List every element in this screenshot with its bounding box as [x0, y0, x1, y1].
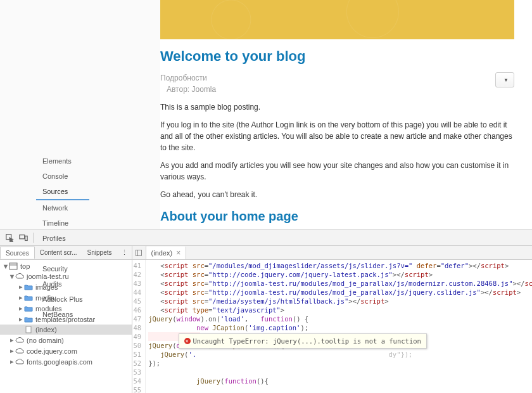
devtools-tab-sources[interactable]: Sources — [36, 184, 89, 200]
navigator-tab[interactable]: Content scr... — [35, 247, 82, 259]
tree-item[interactable]: ▸(no domain) — [0, 335, 132, 345]
tree-label: top — [20, 262, 30, 270]
paragraph: This is a sample blog posting. — [160, 101, 514, 113]
devtools: ElementsConsoleSourcesNetworkTimelinePro… — [0, 229, 532, 393]
disclosure-triangle-icon[interactable]: ▸ — [18, 304, 24, 312]
folder-icon — [24, 305, 33, 312]
details-label: Подробности — [160, 72, 216, 84]
tree-item[interactable]: ▼joomla-test.ru — [0, 271, 132, 281]
devtools-tab-elements[interactable]: Elements — [36, 153, 89, 169]
tree-item[interactable]: ▸code.jquery.com — [0, 345, 132, 356]
navigator-tab[interactable]: Sources — [0, 247, 35, 259]
close-icon[interactable]: × — [176, 248, 180, 257]
tree-label: templates/protostar — [35, 316, 95, 323]
tree-label: (no domain) — [27, 337, 64, 344]
tree-label: media — [35, 294, 54, 302]
devtools-tab-timeline[interactable]: Timeline — [36, 216, 89, 231]
divider — [33, 233, 34, 243]
disclosure-triangle-icon[interactable]: ▼ — [9, 273, 15, 280]
cloud-icon — [15, 347, 24, 355]
caret-down-icon: ▼ — [504, 77, 509, 83]
paragraph: Go ahead, you can't break it. — [160, 189, 514, 200]
devtools-tabbar: ElementsConsoleSourcesNetworkTimelinePro… — [0, 229, 532, 246]
header-banner — [160, 0, 514, 39]
page-title: Welcome to your blog — [160, 48, 514, 65]
devtools-tab-console[interactable]: Console — [36, 169, 89, 184]
tree-item[interactable]: ▸templates/protostar — [0, 314, 132, 325]
folder-icon — [24, 294, 33, 302]
svg-rect-2 — [25, 236, 28, 240]
frame-icon — [9, 262, 18, 270]
show-navigator-icon[interactable] — [132, 246, 146, 260]
disclosure-triangle-icon[interactable]: ▼ — [3, 262, 9, 270]
svg-rect-3 — [10, 263, 17, 269]
svg-rect-1 — [20, 235, 25, 238]
sources-navigator: SourcesContent scr...Snippets ⋮ ▼top▼joo… — [0, 246, 132, 393]
folder-icon — [24, 283, 33, 291]
disclosure-triangle-icon[interactable]: ▸ — [9, 347, 15, 355]
navigator-tab[interactable]: Snippets — [82, 247, 117, 259]
cloud-icon — [15, 273, 24, 280]
error-tooltip-text: Uncaught TypeError: jQuery(...).tooltip … — [193, 337, 421, 345]
more-icon[interactable]: ⋮ — [117, 248, 132, 257]
tree-item[interactable]: ▸modules — [0, 303, 132, 314]
cloud-icon — [15, 337, 24, 344]
source-editor: (index) × 414243444546474849505152535455… — [132, 246, 532, 393]
webpage-main: Welcome to your blog Подробности Автор: … — [160, 0, 532, 229]
disclosure-triangle-icon[interactable]: ▸ — [18, 283, 24, 291]
source-file-name: (index) — [151, 249, 173, 257]
tree-label: code.jquery.com — [27, 347, 77, 355]
devtools-tab-profiles[interactable]: Profiles — [36, 231, 89, 246]
cloud-icon — [15, 358, 24, 366]
tree-label: images — [35, 283, 58, 291]
disclosure-triangle-icon[interactable]: ▸ — [9, 358, 15, 366]
tree-label: joomla-test.ru — [27, 273, 69, 280]
tree-item[interactable]: ▼top — [0, 261, 132, 271]
author-line: Автор: Joomla — [160, 84, 216, 95]
error-icon — [184, 338, 191, 344]
folder-icon — [24, 316, 33, 323]
paragraph: As you add and modify articles you will … — [160, 160, 514, 183]
tree-item[interactable]: ▸fonts.googleapis.com — [0, 356, 132, 367]
code-area[interactable]: 414243444546474849505152535455 <script s… — [132, 260, 532, 393]
disclosure-triangle-icon[interactable]: ▸ — [18, 293, 24, 302]
tree-item[interactable]: (index) — [0, 325, 132, 335]
inspect-icon[interactable] — [3, 231, 16, 245]
article-options-button[interactable]: ▼ — [495, 72, 514, 87]
tree-label: (index) — [35, 326, 57, 333]
tree-item[interactable]: ▸images — [0, 281, 132, 292]
tree-label: fonts.googleapis.com — [27, 358, 92, 366]
source-file-tab[interactable]: (index) × — [146, 247, 187, 259]
devtools-tab-network[interactable]: Network — [36, 200, 89, 216]
file-icon — [24, 326, 33, 333]
device-toggle-icon[interactable] — [16, 231, 30, 245]
error-tooltip: Uncaught TypeError: jQuery(...).tooltip … — [179, 333, 427, 349]
svg-rect-6 — [136, 250, 142, 255]
subheading: About your home page — [160, 209, 514, 224]
tree-label: modules — [35, 305, 62, 312]
tree-item[interactable]: ▸media — [0, 292, 132, 303]
disclosure-triangle-icon[interactable]: ▸ — [9, 336, 15, 344]
paragraph: If you log in to the site (the Author Lo… — [160, 119, 514, 153]
disclosure-triangle-icon[interactable]: ▸ — [18, 315, 24, 323]
file-tree[interactable]: ▼top▼joomla-test.ru▸images▸media▸modules… — [0, 260, 132, 393]
svg-rect-5 — [26, 326, 31, 333]
